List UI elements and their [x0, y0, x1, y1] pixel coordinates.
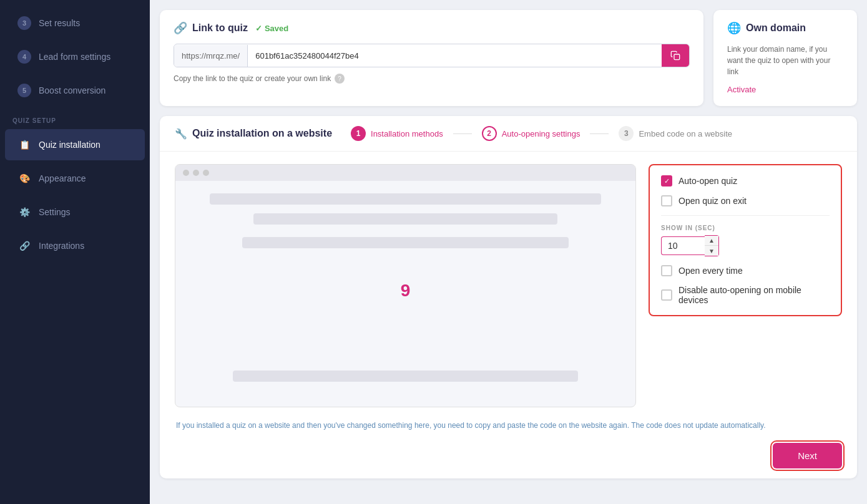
disable-mobile-label: Disable auto-opening on mobile devices — [678, 285, 830, 305]
sidebar-item-integrations[interactable]: 🔗 Integrations — [5, 230, 145, 261]
step-number: 4 — [17, 50, 31, 64]
placeholder-bar — [253, 213, 558, 225]
disable-mobile-row[interactable]: Disable auto-opening on mobile devices — [661, 285, 830, 305]
info-text: If you installed a quiz on a website and… — [175, 420, 842, 432]
activate-link[interactable]: Activate — [727, 85, 756, 94]
quiz-installation-icon: 📋 — [17, 138, 31, 152]
main-content: 🔗 Link to quiz ✓ Saved https://mrqz.me/ … — [150, 0, 867, 504]
show-in-value: 10 — [668, 241, 678, 251]
own-domain-card: 🌐 Own domain Link your domain name, if y… — [713, 10, 857, 106]
show-in-section: SHOW IN (SEC) 10 ▲ ▼ — [661, 225, 830, 256]
url-prefix: https://mrqz.me/ — [174, 45, 248, 67]
step-circle-1: 1 — [351, 126, 366, 141]
countdown-number: 9 — [401, 281, 411, 301]
copy-icon — [670, 51, 680, 61]
install-preview: 9 — [175, 164, 636, 407]
browser-content: 9 — [175, 181, 635, 400]
step-label-2: Auto-opening settings — [502, 129, 580, 138]
install-steps: 1 Installation methods 2 Auto-opening se… — [351, 126, 842, 141]
sidebar-section-label: QUIZ SETUP — [0, 107, 150, 128]
sidebar-item-label: Quiz installation — [39, 140, 100, 150]
url-row: https://mrqz.me/ 601bf61ac352480044f27be… — [174, 44, 690, 67]
step-tab-installation-methods[interactable]: 1 Installation methods — [351, 126, 443, 141]
browser-dot — [183, 170, 189, 176]
sidebar-item-appearance[interactable]: 🎨 Appearance — [5, 163, 145, 194]
show-in-input[interactable]: 10 — [661, 236, 705, 255]
sidebar-item-set-results[interactable]: 3 Set results — [5, 7, 145, 39]
step-label-3: Embed code on a website — [639, 129, 732, 138]
preview-browser: 9 — [175, 164, 636, 407]
placeholder-bar-bottom — [233, 371, 578, 382]
sidebar-item-label: Integrations — [39, 241, 84, 251]
link-to-quiz-card: 🔗 Link to quiz ✓ Saved https://mrqz.me/ … — [160, 10, 703, 106]
saved-badge: ✓ Saved — [255, 24, 288, 33]
open-on-exit-row[interactable]: Open quiz on exit — [661, 195, 830, 206]
sidebar-item-label: Appearance — [39, 173, 86, 183]
disable-mobile-checkbox[interactable] — [661, 289, 672, 301]
step-tab-embed-code[interactable]: 3 Embed code on a website — [619, 126, 732, 141]
step-circle-2: 2 — [482, 126, 497, 141]
sidebar: 3 Set results 4 Lead form settings 5 Boo… — [0, 0, 150, 504]
svg-rect-0 — [674, 54, 680, 60]
install-card-header: 🔧 Quiz installation on a website 1 Insta… — [160, 116, 857, 152]
number-input-row: 10 ▲ ▼ — [661, 235, 830, 256]
browser-dot — [203, 170, 209, 176]
own-domain-title: 🌐 Own domain — [727, 21, 843, 35]
next-button[interactable]: Next — [773, 443, 842, 468]
quiz-installation-card: 🔧 Quiz installation on a website 1 Insta… — [160, 116, 857, 478]
browser-dot — [193, 170, 199, 176]
sidebar-item-settings[interactable]: ⚙️ Settings — [5, 196, 145, 228]
integrations-icon: 🔗 — [17, 239, 31, 253]
link-to-quiz-title: 🔗 Link to quiz ✓ Saved — [174, 21, 690, 35]
open-every-time-row[interactable]: Open every time — [661, 265, 830, 276]
info-text-container: If you installed a quiz on a website and… — [160, 420, 857, 437]
sidebar-item-label: Boost conversion — [39, 85, 105, 95]
sidebar-item-label: Set results — [39, 18, 80, 28]
url-value[interactable]: 601bf61ac352480044f27be4 — [248, 45, 662, 67]
top-row: 🔗 Link to quiz ✓ Saved https://mrqz.me/ … — [160, 10, 857, 106]
sidebar-item-label: Settings — [39, 207, 71, 217]
placeholder-bar — [210, 193, 601, 205]
sidebar-item-boost-conversion[interactable]: 5 Boost conversion — [5, 75, 145, 106]
open-on-exit-checkbox[interactable] — [661, 195, 672, 206]
appearance-icon: 🎨 — [17, 172, 31, 185]
step-number: 3 — [17, 16, 31, 30]
link-icon: 🔗 — [174, 21, 187, 35]
step-divider — [590, 133, 609, 134]
sidebar-item-quiz-installation[interactable]: 📋 Quiz installation — [5, 129, 145, 160]
check-icon: ✓ — [255, 24, 262, 33]
auto-open-quiz-checkbox[interactable] — [661, 175, 672, 187]
step-tab-auto-opening[interactable]: 2 Auto-opening settings — [482, 126, 580, 141]
globe-icon: 🌐 — [727, 21, 741, 35]
panel-divider — [661, 215, 830, 216]
step-divider — [453, 133, 472, 134]
help-icon[interactable]: ? — [335, 74, 345, 84]
sidebar-item-lead-form[interactable]: 4 Lead form settings — [5, 41, 145, 72]
open-on-exit-label: Open quiz on exit — [678, 196, 747, 206]
spinner-buttons: ▲ ▼ — [705, 235, 719, 256]
auto-open-quiz-row[interactable]: Auto-open quiz — [661, 175, 830, 187]
step-label-1: Installation methods — [371, 129, 443, 138]
spinner-down-button[interactable]: ▼ — [705, 246, 718, 256]
settings-icon: ⚙️ — [17, 205, 31, 219]
step-number: 5 — [17, 84, 31, 97]
install-card-title: 🔧 Quiz installation on a website — [175, 128, 332, 140]
spinner-up-button[interactable]: ▲ — [705, 236, 718, 246]
browser-bar — [175, 165, 635, 181]
auto-open-quiz-label: Auto-open quiz — [678, 176, 737, 186]
placeholder-bar — [242, 237, 569, 248]
step-circle-3: 3 — [619, 126, 634, 141]
show-in-label: SHOW IN (SEC) — [661, 225, 830, 231]
open-every-time-label: Open every time — [678, 266, 743, 276]
sidebar-item-label: Lead form settings — [39, 52, 110, 62]
copy-button[interactable] — [662, 44, 689, 67]
link-hint: Copy the link to the quiz or create your… — [174, 74, 690, 84]
install-body: 9 Auto-open quiz Open quiz on exit — [160, 152, 857, 420]
own-domain-description: Link your domain name, if you want the q… — [727, 44, 843, 77]
wrench-icon: 🔧 — [175, 128, 187, 140]
bottom-bar: Next — [160, 437, 857, 478]
auto-open-panel: Auto-open quiz Open quiz on exit SHOW IN… — [649, 164, 842, 316]
open-every-time-checkbox[interactable] — [661, 265, 672, 276]
